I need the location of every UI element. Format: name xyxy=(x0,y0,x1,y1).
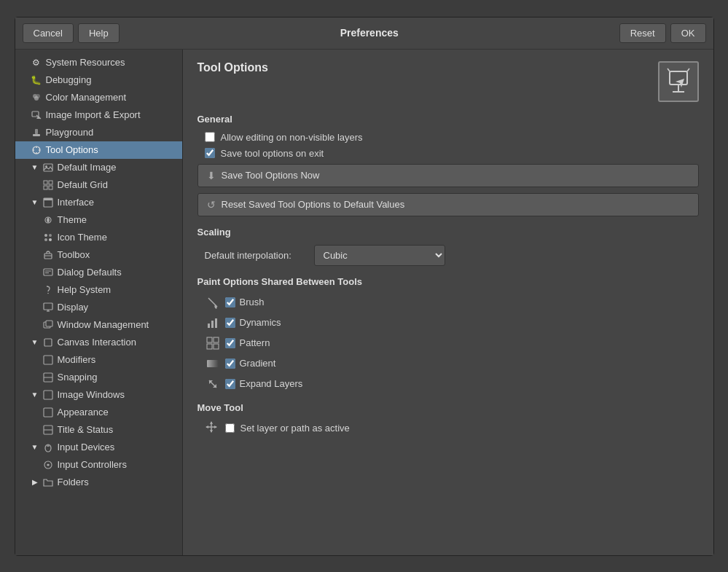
image-windows-arrow: ▼ xyxy=(30,390,40,400)
gradient-label: Gradient xyxy=(240,358,276,369)
svg-point-14 xyxy=(45,165,47,168)
sidebar-item-label: Window Management xyxy=(58,319,149,330)
sidebar-item-folders[interactable]: ▶ Folders xyxy=(15,474,182,491)
dynamics-label: Dynamics xyxy=(240,317,281,328)
sidebar-item-label: Tool Options xyxy=(46,144,98,155)
svg-point-22 xyxy=(44,234,47,237)
color-management-icon xyxy=(30,91,43,104)
sidebar-item-canvas-interaction[interactable]: ▼ Canvas Interaction xyxy=(15,334,182,351)
ok-button[interactable]: OK xyxy=(670,23,706,43)
reset-button[interactable]: Reset xyxy=(619,23,666,43)
move-tool-row: Set layer or path as active xyxy=(197,420,699,436)
expand-layers-icon xyxy=(205,376,221,392)
sidebar-item-interface[interactable]: ▼ Interface xyxy=(15,194,182,211)
sidebar-item-debugging[interactable]: 🐛 Debugging xyxy=(15,71,182,89)
svg-rect-17 xyxy=(44,186,47,189)
cancel-button[interactable]: Cancel xyxy=(23,23,74,43)
sidebar-item-label: Help System xyxy=(58,284,111,295)
sidebar-item-color-management[interactable]: Color Management xyxy=(15,89,182,106)
help-system-icon xyxy=(42,283,55,297)
snapping-icon xyxy=(42,371,55,384)
svg-rect-7 xyxy=(35,129,38,134)
svg-rect-62 xyxy=(207,360,219,367)
input-controllers-icon xyxy=(42,458,55,471)
dynamics-checkbox[interactable] xyxy=(225,318,235,328)
save-tool-options-checkbox[interactable] xyxy=(205,148,215,158)
sidebar-item-title-status[interactable]: Title & Status xyxy=(15,421,182,439)
svg-point-31 xyxy=(47,292,49,294)
svg-marker-68 xyxy=(210,421,213,424)
expand-layers-row: Expand Layers xyxy=(205,376,699,392)
display-icon xyxy=(42,301,55,314)
save-now-button[interactable]: ⬇ Save Tool Options Now xyxy=(197,164,699,187)
sidebar: ⚙ System Resources 🐛 Debugging Color Man… xyxy=(15,50,183,555)
system-resources-icon: ⚙ xyxy=(30,56,43,69)
allow-editing-checkbox[interactable] xyxy=(205,132,215,142)
svg-rect-60 xyxy=(207,344,212,349)
sidebar-item-theme[interactable]: Theme xyxy=(15,211,182,229)
sidebar-item-help-system[interactable]: Help System xyxy=(15,281,182,299)
sidebar-item-input-devices[interactable]: ▼ Input Devices xyxy=(15,439,182,456)
sidebar-item-display[interactable]: Display xyxy=(15,299,182,316)
sidebar-item-label: Input Controllers xyxy=(58,459,127,470)
canvas-interaction-arrow: ▼ xyxy=(30,337,40,348)
paint-options-label: Paint Options Shared Between Tools xyxy=(197,276,699,287)
sidebar-item-image-windows[interactable]: ▼ Image Windows xyxy=(15,386,182,404)
svg-rect-36 xyxy=(46,321,52,326)
sidebar-item-label: Toolbox xyxy=(58,249,90,260)
sidebar-item-snapping[interactable]: Snapping xyxy=(15,369,182,386)
folders-icon xyxy=(42,476,55,489)
gradient-checkbox[interactable] xyxy=(225,359,235,369)
interface-arrow: ▼ xyxy=(30,197,40,208)
svg-rect-41 xyxy=(44,391,52,399)
svg-rect-15 xyxy=(44,181,47,184)
sidebar-item-label: Input Devices xyxy=(58,442,115,452)
svg-rect-16 xyxy=(49,181,52,184)
tool-options-icon-box xyxy=(658,61,699,102)
sidebar-item-system-resources[interactable]: ⚙ System Resources xyxy=(15,54,182,71)
sidebar-item-toolbox[interactable]: Toolbox xyxy=(15,246,182,264)
sidebar-item-tool-options[interactable]: Tool Options xyxy=(15,141,182,159)
tool-options-icon xyxy=(30,144,43,157)
allow-editing-label: Allow editing on non-visible layers xyxy=(221,132,363,143)
playground-icon xyxy=(30,126,43,139)
debugging-icon: 🐛 xyxy=(30,74,43,87)
sidebar-item-dialog-defaults[interactable]: Dialog Defaults xyxy=(15,264,182,281)
sidebar-item-input-controllers[interactable]: Input Controllers xyxy=(15,456,182,474)
svg-rect-42 xyxy=(44,408,52,417)
header-right-buttons: Reset OK xyxy=(619,23,706,43)
canvas-interaction-icon xyxy=(42,336,55,349)
svg-point-24 xyxy=(44,238,47,241)
sidebar-item-appearance[interactable]: Appearance xyxy=(15,404,182,421)
title-status-icon xyxy=(42,423,55,436)
sidebar-item-default-image[interactable]: ▼ Default Image xyxy=(15,159,182,176)
expand-layers-checkbox[interactable] xyxy=(225,379,235,389)
svg-rect-37 xyxy=(44,339,52,346)
svg-rect-18 xyxy=(49,186,52,189)
sidebar-item-icon-theme[interactable]: Icon Theme xyxy=(15,229,182,246)
pattern-row: Pattern xyxy=(205,335,699,351)
interpolation-select[interactable]: None Linear Cubic NoHalo LoHalo xyxy=(314,245,445,266)
allow-editing-row: Allow editing on non-visible layers xyxy=(197,132,699,143)
sidebar-item-label: Folders xyxy=(58,477,89,487)
sidebar-item-window-management[interactable]: Window Management xyxy=(15,316,182,334)
pattern-checkbox[interactable] xyxy=(225,338,235,348)
sidebar-item-default-grid[interactable]: Default Grid xyxy=(15,176,182,194)
sidebar-item-modifiers[interactable]: Modifiers xyxy=(15,351,182,369)
set-layer-active-checkbox[interactable] xyxy=(225,423,235,433)
window-title: Preferences xyxy=(124,27,615,39)
sidebar-item-playground[interactable]: Playground xyxy=(15,124,182,141)
image-windows-icon xyxy=(42,388,55,401)
svg-marker-71 xyxy=(214,426,217,428)
scaling-label: Scaling xyxy=(197,227,699,238)
svg-rect-58 xyxy=(207,337,212,342)
brush-checkbox[interactable] xyxy=(225,297,235,307)
svg-rect-61 xyxy=(214,344,219,349)
sidebar-item-label: Canvas Interaction xyxy=(58,337,136,348)
pattern-label: Pattern xyxy=(240,337,270,348)
help-button[interactable]: Help xyxy=(78,23,120,43)
sidebar-item-label: Title & Status xyxy=(58,424,114,435)
reset-saved-button[interactable]: ↺ Reset Saved Tool Options to Default Va… xyxy=(197,193,699,216)
paint-options-list: Brush Dynamics Pattern xyxy=(197,294,699,392)
sidebar-item-image-import-export[interactable]: Image Import & Export xyxy=(15,106,182,124)
